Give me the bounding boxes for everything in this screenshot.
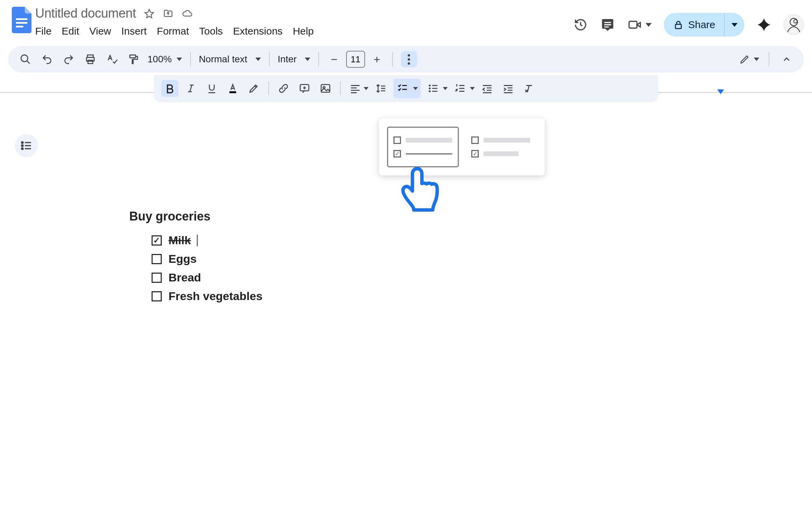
menu-insert[interactable]: Insert <box>121 25 147 37</box>
text-color-button[interactable] <box>224 80 241 97</box>
add-comment-button[interactable] <box>296 80 313 97</box>
menu-tools[interactable]: Tools <box>199 25 223 37</box>
menu-format[interactable]: Format <box>157 25 189 37</box>
bold-button[interactable] <box>161 80 178 97</box>
font-value: Inter <box>278 54 297 65</box>
menu-view[interactable]: View <box>89 25 111 37</box>
separator <box>769 52 769 66</box>
checkbox-icon <box>471 136 479 144</box>
underline-button[interactable] <box>203 80 220 97</box>
paragraph-style-select[interactable]: Normal text <box>199 54 261 65</box>
increase-indent-button[interactable] <box>500 80 517 97</box>
font-select[interactable]: Inter <box>278 54 310 65</box>
star-icon[interactable] <box>143 8 155 19</box>
search-icon[interactable] <box>18 51 33 67</box>
separator <box>269 52 270 66</box>
checklist-item[interactable]: Milk <box>152 234 792 247</box>
pencil-icon <box>740 54 750 64</box>
svg-rect-2 <box>16 26 23 27</box>
insert-image-button[interactable] <box>317 80 334 97</box>
checklist-item-text[interactable]: Eggs <box>168 252 197 266</box>
checklist-item[interactable]: Eggs <box>152 252 792 266</box>
checkbox-icon[interactable] <box>152 291 162 301</box>
caret-down-icon <box>754 58 759 61</box>
svg-rect-15 <box>321 85 330 92</box>
document-title[interactable]: Untitled document <box>35 6 136 21</box>
checkbox-icon <box>393 136 401 144</box>
separator <box>392 52 393 66</box>
comments-icon[interactable] <box>600 17 615 32</box>
increase-font-button[interactable]: + <box>370 52 384 66</box>
insert-link-button[interactable] <box>275 80 292 97</box>
checklist-item-text[interactable]: Bread <box>168 271 201 284</box>
cloud-status-icon[interactable] <box>181 8 193 19</box>
svg-rect-13 <box>229 91 236 93</box>
account-avatar[interactable] <box>784 15 804 35</box>
header: Untitled document File Edit View Insert … <box>0 0 812 41</box>
checklist-item[interactable]: Bread <box>152 271 792 284</box>
caret-down-icon <box>413 87 418 90</box>
print-icon[interactable] <box>83 51 98 67</box>
numbered-list-button[interactable] <box>452 80 475 97</box>
outline-toggle-button[interactable] <box>15 134 38 157</box>
separator <box>268 82 269 95</box>
video-icon <box>627 17 642 32</box>
checklist-item[interactable]: Fresh vegetables <box>152 290 792 303</box>
menu-file[interactable]: File <box>35 25 51 37</box>
undo-icon[interactable] <box>39 51 55 67</box>
checklist-option-strikethrough[interactable] <box>387 127 459 167</box>
collapse-toolbar-icon[interactable] <box>779 51 794 67</box>
history-icon[interactable] <box>573 17 588 32</box>
document-heading[interactable]: Buy groceries <box>129 209 792 224</box>
menu-edit[interactable]: Edit <box>62 25 79 37</box>
decrease-indent-button[interactable] <box>479 80 496 97</box>
svg-rect-0 <box>16 18 27 20</box>
menu-help[interactable]: Help <box>293 25 314 37</box>
checklist-item-text[interactable]: Fresh vegetables <box>168 290 263 303</box>
bulleted-list-button[interactable] <box>425 80 448 97</box>
header-right: Share <box>573 4 804 37</box>
highlight-color-button[interactable] <box>245 80 262 97</box>
redo-icon[interactable] <box>61 51 76 67</box>
line-spacing-button[interactable] <box>373 80 389 97</box>
italic-button[interactable] <box>182 80 199 97</box>
caret-down-icon <box>731 23 738 27</box>
document-canvas[interactable]: Buy groceries Milk Eggs Bread Fresh vege… <box>102 122 792 508</box>
caret-down-icon <box>443 87 448 90</box>
align-button[interactable] <box>347 80 368 97</box>
numbered-list-icon <box>452 80 469 97</box>
checklist-item-text[interactable]: Milk <box>168 234 191 247</box>
paint-format-icon[interactable] <box>126 51 141 67</box>
spellcheck-icon[interactable] <box>104 51 120 67</box>
svg-rect-12 <box>130 55 136 58</box>
font-size-group: − + <box>327 51 384 68</box>
checklist: Milk Eggs Bread Fresh vegetables <box>152 234 792 303</box>
svg-point-25 <box>22 148 23 150</box>
font-size-input[interactable] <box>346 51 365 68</box>
checkbox-icon[interactable] <box>152 273 162 283</box>
svg-point-23 <box>22 142 23 144</box>
more-options-button[interactable] <box>401 51 417 67</box>
checkbox-checked-icon[interactable] <box>152 235 162 246</box>
cursor-pointer-icon <box>401 166 442 215</box>
bullet-list-icon <box>425 80 442 97</box>
zoom-value: 100% <box>148 54 172 65</box>
align-left-icon <box>347 80 364 97</box>
svg-point-18 <box>429 87 431 89</box>
menu-extensions[interactable]: Extensions <box>233 25 283 37</box>
checklist-button[interactable] <box>393 79 421 98</box>
share-dropdown[interactable] <box>724 13 744 37</box>
clear-formatting-button[interactable] <box>521 80 538 97</box>
checkbox-icon[interactable] <box>152 254 162 264</box>
share-group: Share <box>664 13 744 37</box>
checkbox-checked-icon <box>471 150 479 157</box>
meet-button[interactable] <box>627 17 652 32</box>
gemini-icon[interactable] <box>757 17 771 32</box>
move-icon[interactable] <box>162 8 174 19</box>
zoom-select[interactable]: 100% <box>148 54 182 65</box>
share-button[interactable]: Share <box>673 19 724 30</box>
editing-mode-button[interactable] <box>740 54 759 64</box>
decrease-font-button[interactable]: − <box>327 52 341 66</box>
docs-logo[interactable] <box>8 4 35 41</box>
checklist-option-plain[interactable] <box>465 127 537 167</box>
